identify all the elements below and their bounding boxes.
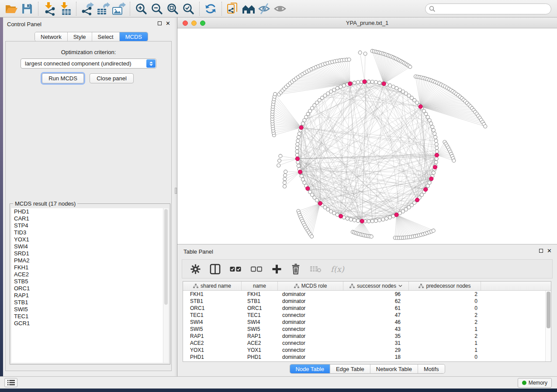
tab-network-table[interactable]: Network Table [370,364,418,373]
table-cell[interactable]: 96 [343,291,409,298]
table-cell[interactable]: 61 [343,305,409,312]
delete-entry-button[interactable] [291,264,301,275]
table-row[interactable]: FKH1FKH1dominator962 [183,291,545,298]
table-cell[interactable]: 0 [409,298,481,305]
table-cell[interactable]: 2 [409,319,481,326]
table-cell[interactable]: 1 [409,326,481,333]
tab-node-table[interactable]: Node Table [290,364,330,373]
float-window-icon[interactable] [158,21,162,25]
mcds-list-scrollbar[interactable] [163,208,169,363]
show-columns-button[interactable] [210,264,221,275]
first-neighbors-button[interactable] [241,1,256,16]
table-cell[interactable]: RAP1 [242,333,278,340]
tab-edge-table[interactable]: Edge Table [330,364,370,373]
table-cell[interactable]: dominator [278,291,343,298]
hide-selected-button[interactable] [256,1,272,16]
table-cell[interactable]: 35 [343,333,409,340]
mcds-result-item[interactable]: RAP1 [11,292,169,299]
zoom-out-button[interactable] [149,1,165,16]
table-cell[interactable]: STB1 [183,298,242,305]
table-cell[interactable]: 2 [409,312,481,319]
table-cell[interactable]: YOX1 [183,347,242,354]
table-cell[interactable]: dominator [278,333,343,340]
select-all-button[interactable] [230,266,242,272]
table-cell[interactable]: connector [278,326,343,333]
table-cell[interactable]: RAP1 [183,333,242,340]
tab-mcds[interactable]: MCDS [119,32,148,41]
table-row[interactable]: STB1STB1dominator620 [183,298,545,305]
table-body[interactable]: FKH1FKH1dominator962STB1STB1dominator620… [183,291,545,361]
table-cell[interactable]: dominator [278,298,343,305]
tab-network[interactable]: Network [35,32,67,41]
table-row[interactable]: ORC1ORC1dominator610 [183,305,545,312]
run-mcds-button[interactable]: Run MCDS [42,73,84,83]
column-header-shared-name[interactable]: shared name [183,282,242,290]
mcds-result-item[interactable]: STP4 [11,222,169,229]
network-canvas[interactable] [177,28,557,244]
task-history-button[interactable] [4,378,17,387]
table-cell[interactable]: ACE2 [183,340,242,347]
export-table-button[interactable] [95,1,111,16]
show-all-button[interactable] [272,1,288,16]
table-cell[interactable]: dominator [278,319,343,326]
search-box[interactable] [425,3,551,14]
table-cell[interactable]: 0 [409,354,481,361]
table-cell[interactable]: SWI4 [183,319,242,326]
table-cell[interactable]: 0 [409,305,481,312]
table-cell[interactable]: 43 [343,326,409,333]
table-cell[interactable]: 1 [409,347,481,354]
column-header-mcds-role[interactable]: MCDS role [278,282,343,290]
mcds-result-list[interactable]: PHD1CAR1STP4TID3YOX1SWI4SRD1PMA2FKH1ACE2… [11,208,169,363]
deselect-all-button[interactable] [251,266,263,272]
export-network-button[interactable] [80,1,95,16]
criterion-select[interactable]: largest connected component (undirected) [21,58,156,69]
memory-button[interactable]: Memory [518,378,552,388]
mcds-result-item[interactable]: SRD1 [11,250,169,257]
tab-style[interactable]: Style [67,32,92,41]
scrollbar-thumb[interactable] [164,209,168,305]
mcds-result-item[interactable]: STB1 [11,299,169,306]
mcds-result-item[interactable]: FKH1 [11,264,169,271]
table-cell[interactable]: 62 [343,298,409,305]
network-graph[interactable] [177,28,557,244]
table-cell[interactable]: ACE2 [242,340,278,347]
export-image-button[interactable] [111,1,127,16]
add-entry-button[interactable] [272,264,282,274]
mcds-result-item[interactable]: ACE2 [11,271,169,278]
splitter-handle[interactable] [175,188,177,194]
table-cell[interactable]: 46 [343,319,409,326]
mcds-result-item[interactable]: TID3 [11,229,169,236]
table-cell[interactable]: connector [278,340,343,347]
table-cell[interactable]: connector [278,312,343,319]
table-cell[interactable]: connector [278,347,343,354]
table-row[interactable]: YOX1YOX1connector291 [183,347,545,354]
table-cell[interactable]: PHD1 [183,354,242,361]
zoom-selected-button[interactable] [180,1,196,16]
table-cell[interactable]: 18 [343,354,409,361]
close-panel-button[interactable]: Close panel [90,73,134,83]
table-row[interactable]: SWI4SWI4dominator462 [183,319,545,326]
close-window-icon[interactable]: ✕ [166,21,170,25]
open-session-button[interactable] [3,1,19,16]
table-scrollbar[interactable] [545,291,551,361]
table-cell[interactable]: 2 [409,333,481,340]
table-cell[interactable]: dominator [278,354,343,361]
column-header-name[interactable]: name [242,282,278,290]
import-network-button[interactable] [42,1,57,16]
table-cell[interactable]: SWI5 [242,326,278,333]
table-settings-button[interactable] [190,264,201,274]
table-cell[interactable]: ORC1 [242,305,278,312]
table-cell[interactable]: TEC1 [242,312,278,319]
mcds-result-item[interactable]: ORC1 [11,285,169,292]
table-row[interactable]: RAP1RAP1dominator352 [183,333,545,340]
table-row[interactable]: PHD1PHD1dominator180 [183,354,545,361]
mcds-result-item[interactable]: CAR1 [11,215,169,222]
table-cell[interactable]: 29 [343,347,409,354]
mcds-result-item[interactable]: SWI4 [11,243,169,250]
mcds-result-item[interactable]: TEC1 [11,313,169,320]
table-cell[interactable]: STB1 [242,298,278,305]
table-cell[interactable]: TEC1 [183,312,242,319]
table-row[interactable]: TEC1TEC1connector472 [183,312,545,319]
table-cell[interactable]: FKH1 [242,291,278,298]
table-cell[interactable]: dominator [278,305,343,312]
